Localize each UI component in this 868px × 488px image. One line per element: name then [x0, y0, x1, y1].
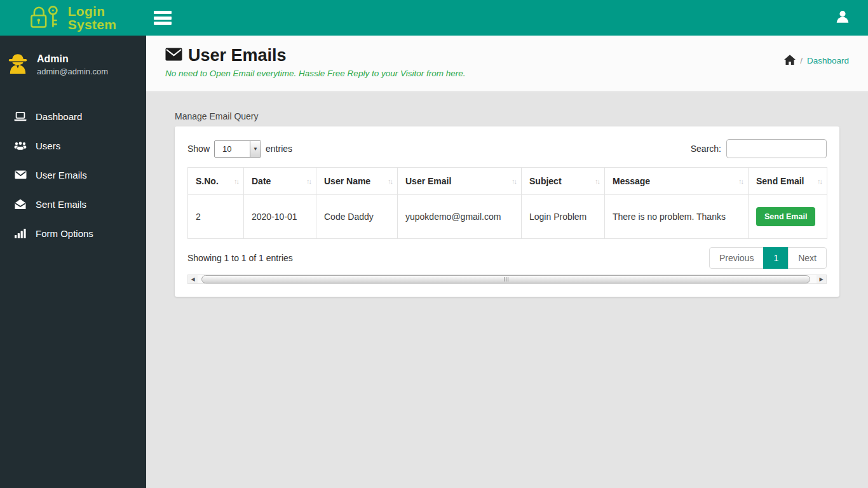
- cell-date: 2020-10-01: [244, 195, 316, 239]
- chevron-down-icon[interactable]: ▼: [250, 141, 261, 157]
- pagination-previous-button[interactable]: Previous: [709, 247, 764, 269]
- search-input[interactable]: [726, 139, 827, 158]
- sort-icon[interactable]: ↑↓: [388, 177, 392, 185]
- home-icon[interactable]: [784, 55, 796, 67]
- column-header-message[interactable]: Message↑↓: [605, 168, 749, 195]
- scrollbar-thumb[interactable]: [201, 275, 810, 283]
- cell-user-email: yupokdemo@gmail.com: [398, 195, 522, 239]
- lock-key-logo-icon: [30, 4, 63, 32]
- column-header-user-name[interactable]: User Name↑↓: [316, 168, 398, 195]
- cell-message: There is no problem. Thanks: [605, 195, 749, 239]
- sidebar-item-sent-emails[interactable]: Sent Emails: [0, 189, 146, 219]
- user-icon: [835, 9, 850, 27]
- email-query-table: S.No.↑↓ Date↑↓ User Name↑↓ User Email↑↓ …: [187, 167, 827, 239]
- pagination: Previous 1 Next: [709, 247, 827, 269]
- show-label: Show: [187, 144, 210, 154]
- sort-icon[interactable]: ↑↓: [817, 177, 822, 185]
- horizontal-scrollbar[interactable]: ◀ ▶: [187, 274, 827, 284]
- column-header-user-email[interactable]: User Email↑↓: [398, 168, 522, 195]
- envelope-title-icon: [165, 48, 182, 64]
- brand-title: Login System: [68, 4, 117, 31]
- user-panel-text: Admin admin@admin.com: [37, 53, 108, 76]
- laptop-icon: [14, 111, 27, 122]
- column-header-date[interactable]: Date↑↓: [244, 168, 316, 195]
- users-icon: [14, 140, 27, 151]
- breadcrumb-separator: /: [800, 56, 803, 65]
- sidebar-item-label: User Emails: [36, 170, 87, 180]
- search-control: Search:: [691, 139, 827, 158]
- datatable-controls: Show 10 ▼ entries Search:: [187, 139, 827, 158]
- column-header-sno[interactable]: S.No.↑↓: [188, 168, 244, 195]
- pagination-next-button[interactable]: Next: [788, 247, 827, 269]
- envelope-open-icon: [14, 199, 27, 210]
- sort-icon[interactable]: ↑↓: [234, 177, 238, 185]
- page-length-control: Show 10 ▼ entries: [187, 140, 292, 158]
- cell-sno: 2: [188, 195, 244, 239]
- sidebar: Admin admin@admin.com Dashboard: [0, 36, 146, 488]
- sidebar-menu: Dashboard Users: [0, 102, 146, 248]
- admin-spy-icon: [6, 52, 29, 78]
- account-menu-button[interactable]: [830, 5, 855, 30]
- main-content: User Emails No need to Open Email everyt…: [146, 36, 868, 488]
- entries-label: entries: [266, 144, 292, 154]
- scroll-left-arrow-icon[interactable]: ◀: [188, 275, 198, 283]
- brand-logo[interactable]: Login System: [0, 0, 146, 36]
- column-header-subject[interactable]: Subject↑↓: [522, 168, 605, 195]
- sidebar-item-label: Sent Emails: [36, 199, 86, 210]
- sidebar-item-users[interactable]: Users: [0, 131, 146, 160]
- cell-action: Send Email: [749, 195, 827, 239]
- user-panel: Admin admin@admin.com: [0, 36, 146, 84]
- cell-subject: Login Problem: [522, 195, 605, 239]
- top-navbar: Login System: [0, 0, 868, 36]
- column-header-send-email[interactable]: Send Email↑↓: [749, 168, 827, 195]
- page-subtitle: No need to Open Email everytime. Hassle …: [165, 69, 849, 78]
- entries-info: Showing 1 to 1 of 1 entries: [187, 253, 293, 263]
- breadcrumb: / Dashboard: [784, 55, 849, 67]
- sidebar-item-form-options[interactable]: Form Options: [0, 219, 146, 248]
- cell-user-name: Code Daddy: [316, 195, 398, 239]
- email-query-card: Show 10 ▼ entries Search:: [175, 126, 839, 297]
- page-title: User Emails: [188, 46, 287, 65]
- envelope-icon: [14, 170, 27, 179]
- table-row: 2 2020-10-01 Code Daddy yupokdemo@gmail.…: [188, 195, 827, 239]
- page-length-select[interactable]: 10 ▼: [214, 140, 261, 158]
- scroll-right-arrow-icon[interactable]: ▶: [817, 275, 826, 283]
- user-name: Admin: [37, 53, 108, 65]
- page-length-value: 10: [215, 141, 250, 157]
- pagination-page-1-button[interactable]: 1: [763, 247, 789, 269]
- panel-heading: Manage Email Query: [175, 111, 839, 121]
- sort-icon[interactable]: ↑↓: [738, 177, 743, 185]
- breadcrumb-link-dashboard[interactable]: Dashboard: [807, 56, 849, 65]
- navbar-right: [146, 0, 868, 36]
- sidebar-item-label: Dashboard: [36, 111, 82, 122]
- sort-icon[interactable]: ↑↓: [595, 177, 599, 185]
- sidebar-item-user-emails[interactable]: User Emails: [0, 160, 146, 189]
- content-header: User Emails No need to Open Email everyt…: [146, 36, 868, 92]
- search-label: Search:: [691, 144, 721, 154]
- sidebar-toggle-hamburger-icon[interactable]: [154, 11, 172, 25]
- sort-icon[interactable]: ↑↓: [512, 177, 516, 185]
- sort-icon[interactable]: ↑↓: [306, 177, 311, 185]
- app-window: Login System: [0, 0, 868, 488]
- sidebar-item-label: Users: [36, 140, 60, 151]
- bar-chart-icon: [14, 228, 27, 238]
- datatable-footer: Showing 1 to 1 of 1 entries Previous 1 N…: [187, 247, 827, 269]
- user-email: admin@admin.com: [37, 67, 108, 76]
- send-email-button[interactable]: Send Email: [756, 207, 815, 226]
- sidebar-item-dashboard[interactable]: Dashboard: [0, 102, 146, 131]
- content-body: Manage Email Query Show 10 ▼ entries Sea…: [146, 92, 868, 297]
- sidebar-item-label: Form Options: [36, 228, 93, 239]
- table-header-row: S.No.↑↓ Date↑↓ User Name↑↓ User Email↑↓ …: [188, 168, 827, 195]
